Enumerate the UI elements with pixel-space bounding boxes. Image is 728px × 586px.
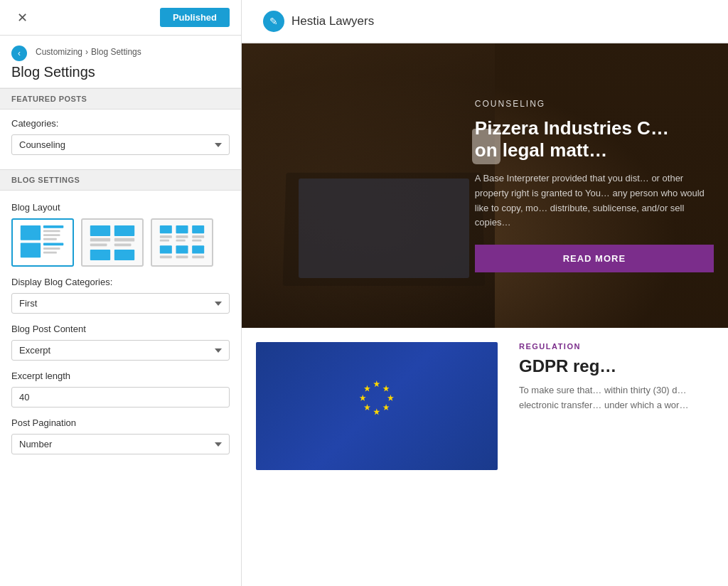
svg-rect-18 <box>176 225 188 233</box>
svg-rect-9 <box>90 225 110 236</box>
categories-select[interactable]: Counseling Regulation News <box>11 134 230 155</box>
customizer-panel: ✕ Published ‹ Customizing › Blog Setting… <box>0 0 242 586</box>
back-button[interactable]: ‹ <box>11 46 27 61</box>
svg-rect-25 <box>192 240 201 242</box>
svg-rect-26 <box>160 245 172 253</box>
svg-rect-15 <box>90 250 110 260</box>
display-blog-categories-label: Display Blog Categories: <box>11 277 230 287</box>
featured-posts-area: Categories: Counseling Regulation News <box>0 110 241 169</box>
blog-layout-field: Blog Layout <box>11 202 230 267</box>
svg-rect-21 <box>160 240 169 242</box>
svg-rect-4 <box>43 238 57 240</box>
logo-icon: ✎ <box>263 11 284 32</box>
svg-rect-0 <box>21 225 41 240</box>
breadcrumb-area: ‹ Customizing › Blog Settings Blog Setti… <box>0 36 241 88</box>
svg-rect-12 <box>90 243 107 246</box>
regulation-title: GDPR reg… <box>519 356 707 376</box>
excerpt-length-input[interactable] <box>11 387 230 407</box>
eu-flag-image <box>256 342 498 470</box>
svg-rect-7 <box>43 247 60 250</box>
regulation-excerpt: To make sure that… within thirty (30) d…… <box>519 383 707 413</box>
regulation-content: REGULATION GDPR reg… To make sure that… … <box>512 342 714 413</box>
svg-rect-30 <box>176 255 188 258</box>
svg-marker-32 <box>373 380 380 387</box>
svg-rect-23 <box>176 240 185 242</box>
blog-settings-area: Blog Layout <box>0 191 241 466</box>
logo-text: Hestia Lawyers <box>291 14 374 28</box>
post-pagination-field: Post Pagination Number Prev/Next <box>11 417 230 454</box>
svg-rect-13 <box>114 238 134 242</box>
svg-rect-8 <box>43 252 57 254</box>
svg-marker-39 <box>364 385 370 391</box>
crumb-prefix: Customizing <box>36 47 82 57</box>
svg-rect-5 <box>21 243 41 257</box>
top-bar: ✕ Published <box>0 0 241 36</box>
display-blog-categories-select[interactable]: First Last None <box>11 293 230 314</box>
blog-settings-section-header: BLOG SETTINGS <box>0 169 241 191</box>
svg-rect-22 <box>176 235 188 238</box>
excerpt-length-field: Excerpt length <box>11 371 230 407</box>
blog-post-content-select[interactable]: Excerpt Full <box>11 340 230 361</box>
regulation-category: REGULATION <box>519 342 707 351</box>
published-button[interactable]: Published <box>160 8 230 27</box>
svg-marker-38 <box>360 395 366 401</box>
excerpt-length-label: Excerpt length <box>11 371 230 381</box>
blog-post-content-field: Blog Post Content Excerpt Full <box>11 324 230 361</box>
svg-rect-19 <box>192 225 204 233</box>
crumb-current: Blog Settings <box>91 47 141 57</box>
post-pagination-label: Post Pagination <box>11 417 230 428</box>
layout-option-grid2[interactable] <box>81 218 144 267</box>
layout-option-list[interactable] <box>11 218 74 267</box>
svg-rect-24 <box>192 235 204 238</box>
featured-post-content: COUNSELING Pizzera Industries C…on legal… <box>461 43 728 328</box>
crumb-arrow: › <box>85 47 88 57</box>
close-button[interactable]: ✕ <box>11 7 33 28</box>
breadcrumb-nav: ‹ Customizing › Blog Settings <box>11 46 230 61</box>
featured-post: COUNSELING Pizzera Industries C…on legal… <box>242 43 728 328</box>
second-post-section: REGULATION GDPR reg… To make sure that… … <box>242 328 728 484</box>
eu-stars-svg <box>345 374 409 438</box>
svg-rect-11 <box>90 238 110 242</box>
svg-rect-1 <box>43 225 63 228</box>
svg-rect-14 <box>114 243 132 246</box>
svg-rect-10 <box>114 225 134 236</box>
svg-marker-37 <box>364 404 370 410</box>
layout-list-icon <box>17 224 68 261</box>
post-pagination-select[interactable]: Number Prev/Next <box>11 434 230 454</box>
svg-rect-17 <box>160 225 172 233</box>
svg-rect-16 <box>114 250 134 260</box>
categories-label: Categories: <box>11 118 230 129</box>
svg-rect-3 <box>43 234 60 236</box>
svg-marker-33 <box>383 385 390 391</box>
layout-option-grid3[interactable] <box>151 218 213 267</box>
svg-rect-28 <box>192 245 204 253</box>
breadcrumb-text: Customizing › Blog Settings <box>36 47 141 57</box>
blog-layout-label: Blog Layout <box>11 202 230 213</box>
svg-marker-36 <box>373 408 380 415</box>
featured-excerpt: A Base Interpreter provided that you dis… <box>475 171 714 230</box>
featured-category: COUNSELING <box>475 99 714 109</box>
read-more-button[interactable]: READ MORE <box>475 245 714 272</box>
svg-rect-29 <box>160 255 172 258</box>
svg-rect-20 <box>160 235 172 238</box>
svg-rect-31 <box>192 255 204 258</box>
svg-rect-6 <box>43 243 63 245</box>
page-heading: Blog Settings <box>11 64 230 80</box>
featured-posts-section-header: FEATURED POSTS <box>0 88 241 110</box>
layout-options <box>11 218 230 267</box>
featured-title: Pizzera Industries C…on legal matt… <box>475 117 714 161</box>
svg-rect-27 <box>176 245 188 253</box>
display-blog-categories-field: Display Blog Categories: First Last None <box>11 277 230 314</box>
blog-post-content-label: Blog Post Content <box>11 324 230 334</box>
svg-marker-34 <box>387 395 394 401</box>
preview-header: ✎ Hestia Lawyers <box>242 0 728 43</box>
svg-marker-35 <box>383 404 390 410</box>
svg-rect-2 <box>43 230 60 233</box>
layout-grid2-icon <box>87 224 138 261</box>
layout-grid3-icon <box>156 224 208 261</box>
preview-panel: ✎ Hestia Lawyers COUNSELING Pizzera Indu… <box>242 0 728 586</box>
